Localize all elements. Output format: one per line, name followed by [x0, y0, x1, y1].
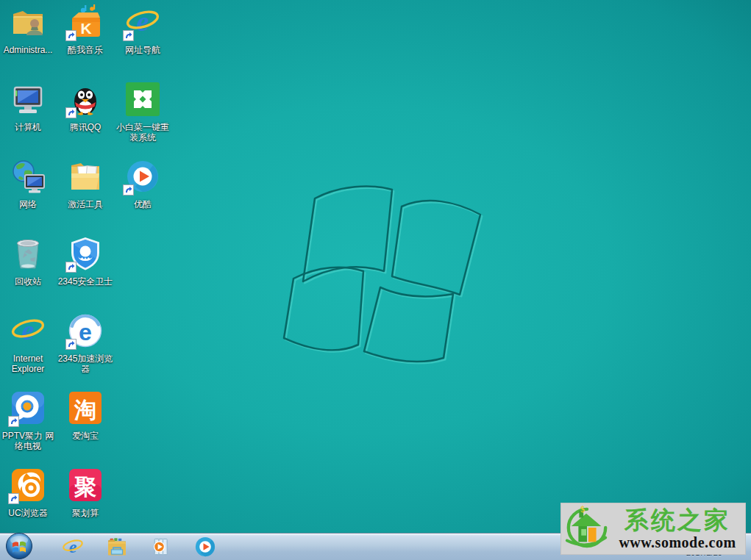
desktop-icon-label: Administra...	[0, 45, 56, 55]
globe-monitor-icon	[10, 159, 46, 194]
explorer-folder-icon	[106, 536, 128, 558]
watermark-site-name: 系统之家	[610, 509, 745, 533]
open-folder-documents-icon	[68, 159, 103, 194]
pptv-ring-icon	[10, 390, 46, 426]
desktop-icon-internet-explorer[interactable]: e Internet Explorer	[0, 313, 56, 375]
taskbar-internet-explorer[interactable]: e	[51, 534, 95, 560]
desktop-icon-xiaobaicai[interactable]: 小白菜一键重装系统	[115, 82, 171, 143]
desktop-icon-administrator[interactable]: Administra...	[0, 4, 56, 55]
desktop-icon-activation-tools[interactable]: 激活工具	[57, 159, 113, 209]
qq-penguin-icon	[68, 82, 103, 117]
svg-text:聚: 聚	[74, 475, 96, 499]
desktop-icon-label: 爱淘宝	[57, 431, 113, 441]
desktop-icon-label: 优酷	[115, 199, 171, 209]
svg-text:淘: 淘	[74, 398, 96, 422]
internet-explorer-icon: e	[62, 536, 84, 558]
desktop-icon-2345-security[interactable]: 2345安全卫士	[57, 236, 113, 287]
taskbar-windows-explorer[interactable]	[95, 534, 139, 560]
computer-monitor-icon	[10, 82, 46, 117]
shortcut-arrow-icon	[65, 339, 76, 350]
desktop-icon-qq[interactable]: 腾讯QQ	[57, 82, 113, 132]
desktop-icon-label: 网络	[0, 199, 56, 209]
internet-explorer-icon: e	[125, 4, 160, 40]
desktop-icon-label: 回收站	[0, 276, 56, 287]
desktop-icon-aitaobao[interactable]: 淘 爱淘宝	[57, 390, 113, 441]
desktop-icon-uc-browser[interactable]: UC浏览器	[0, 467, 56, 518]
desktop-icon-pptv[interactable]: PPTV聚力 网络电视	[0, 390, 56, 452]
desktop-icon-label: PPTV聚力 网络电视	[0, 431, 56, 452]
shortcut-arrow-icon	[8, 416, 19, 427]
desktop-icon-label: 2345安全卫士	[57, 276, 113, 287]
kuwo-music-box-icon: K	[68, 4, 103, 40]
desktop-icon-juhuasuan[interactable]: 聚 聚划算	[57, 467, 113, 518]
desktop-icon-label: 计算机	[0, 122, 56, 132]
windows-flag-watermark	[269, 182, 484, 375]
blue-shield-octopus-icon	[68, 236, 103, 271]
desktop-icon-label: 腾讯QQ	[57, 122, 113, 132]
svg-text:$: $	[580, 505, 585, 514]
desktop-icon-label: 酷我音乐	[57, 45, 113, 55]
desktop-icon-kuwo-music[interactable]: K 酷我音乐	[57, 4, 113, 55]
desktop-icon-label: 聚划算	[57, 508, 113, 518]
start-button[interactable]	[5, 532, 33, 560]
desktop-icon-label: Internet Explorer	[0, 353, 56, 375]
desktop-icon-grid: Administra... K 酷我音乐 e	[0, 0, 191, 544]
desktop-icon-url-navigation[interactable]: e 网址导航	[115, 4, 171, 55]
taobao-char-icon: 淘	[68, 390, 103, 426]
green-house-logo-icon: $	[564, 505, 610, 553]
shortcut-arrow-icon	[123, 30, 134, 41]
shortcut-arrow-icon	[65, 107, 76, 118]
windows7-desktop: { "wallpaper": { "style": "teal radial g…	[0, 0, 751, 560]
shortcut-arrow-icon	[123, 184, 134, 195]
desktop-icon-2345-browser[interactable]: e 2345加速浏览器	[57, 313, 113, 375]
shortcut-arrow-icon	[8, 493, 19, 504]
svg-text:K: K	[80, 20, 91, 37]
desktop-icon-recycle-bin[interactable]: 回收站	[0, 236, 56, 287]
svg-text:e: e	[137, 6, 149, 37]
youku-play-icon	[125, 159, 160, 194]
media-player-stack-icon	[150, 536, 172, 558]
desktop-icon-label: 2345加速浏览器	[57, 353, 113, 375]
youku-play-icon	[194, 536, 216, 558]
desktop-icon-youku[interactable]: 优酷	[115, 159, 171, 209]
recycle-bin-icon	[10, 236, 46, 271]
svg-text:e: e	[79, 319, 92, 345]
blue-e-circle-icon: e	[68, 313, 103, 348]
desktop-icon-label: 激活工具	[57, 199, 113, 209]
desktop-icon-label: 小白菜一键重装系统	[115, 122, 171, 143]
shortcut-arrow-icon	[65, 262, 76, 273]
internet-explorer-icon: e	[10, 313, 46, 348]
taskbar-media-player[interactable]	[139, 534, 183, 560]
green-cross-arrows-icon	[125, 82, 160, 117]
ju-char-icon: 聚	[68, 467, 103, 503]
taskbar-youku[interactable]	[183, 534, 227, 560]
svg-text:e: e	[22, 315, 35, 345]
desktop-icon-network[interactable]: 网络	[0, 159, 56, 209]
desktop-icon-label: 网址导航	[115, 45, 171, 55]
desktop-icon-computer[interactable]: 计算机	[0, 82, 56, 132]
shortcut-arrow-icon	[65, 30, 76, 41]
watermark-site-url: www.somode.com	[610, 535, 745, 550]
user-folder-icon	[10, 4, 46, 40]
site-watermark: $ 系统之家 www.somode.com	[561, 503, 745, 554]
uc-squirrel-icon	[10, 467, 46, 503]
desktop-icon-label: UC浏览器	[0, 508, 56, 518]
